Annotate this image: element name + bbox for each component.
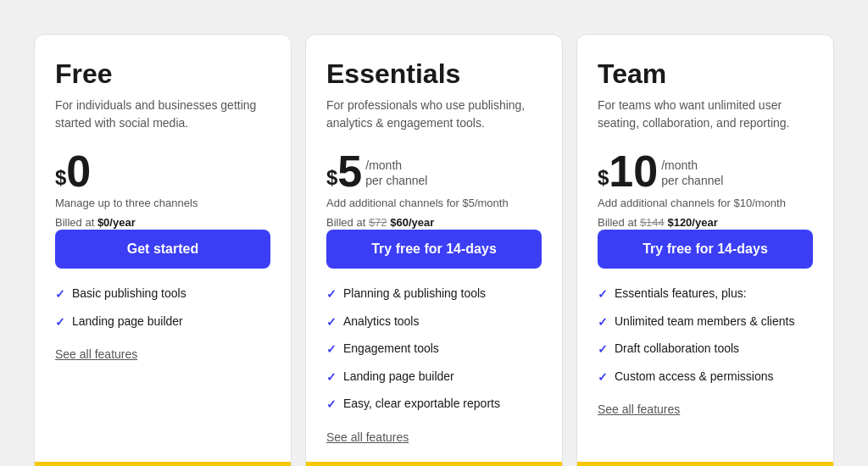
price-amount-team: 10 xyxy=(609,149,658,193)
price-meta-essentials: /month per channel xyxy=(365,158,427,188)
billed-info-team: Add additional channels for $10/month xyxy=(598,197,813,209)
feature-item-essentials-3: ✓ Landing page builder xyxy=(326,369,542,386)
card-top-free: Free For individuals and businesses gett… xyxy=(35,35,291,462)
billed-annually-team: Billed at $144 $120/year xyxy=(598,216,718,229)
feature-item-free-1: ✓ Landing page builder xyxy=(55,313,270,331)
check-icon-team-0: ✓ xyxy=(598,286,608,303)
feature-item-essentials-4: ✓ Easy, clear exportable reports xyxy=(326,396,542,413)
feature-item-essentials-0: ✓ Planning & publishing tools xyxy=(326,286,542,303)
billed-annually-free: Billed at $0/year xyxy=(55,216,136,229)
feature-item-team-1: ✓ Unlimited team members & clients xyxy=(598,313,813,331)
check-icon-essentials-1: ✓ xyxy=(326,314,337,331)
plan-name-free: Free xyxy=(55,58,270,90)
billed-annually-essentials: Billed at $72 $60/year xyxy=(326,216,434,229)
plan-name-team: Team xyxy=(598,58,813,90)
feature-text-free-1: Landing page builder xyxy=(72,313,183,330)
see-all-link-essentials[interactable]: See all features xyxy=(326,430,409,444)
see-all-link-team[interactable]: See all features xyxy=(598,402,680,416)
features-list-essentials: ✓ Planning & publishing tools ✓ Analytic… xyxy=(326,286,542,413)
feature-text-essentials-1: Analytics tools xyxy=(343,313,419,330)
feature-text-essentials-2: Engagement tools xyxy=(343,341,439,358)
price-row-free: $ 0 xyxy=(55,149,270,193)
card-bottom-free xyxy=(35,462,291,466)
price-meta-team: /month per channel xyxy=(661,158,723,188)
plan-name-essentials: Essentials xyxy=(326,58,542,90)
check-icon-essentials-3: ✓ xyxy=(326,369,337,386)
check-icon-free-0: ✓ xyxy=(55,286,65,303)
card-bottom-team xyxy=(577,462,833,466)
cta-button-free[interactable]: Get started xyxy=(55,230,270,269)
price-symbol-essentials: $ xyxy=(326,168,337,188)
cta-button-essentials[interactable]: Try free for 14-days xyxy=(326,230,542,269)
price-row-essentials: $ 5 /month per channel xyxy=(326,149,542,193)
price-row-team: $ 10 /month per channel xyxy=(598,149,813,193)
feature-item-team-3: ✓ Custom access & permissions xyxy=(598,369,813,386)
feature-text-team-1: Unlimited team members & clients xyxy=(615,313,794,330)
feature-item-free-0: ✓ Basic publishing tools xyxy=(55,286,270,303)
check-icon-essentials-4: ✓ xyxy=(326,397,337,413)
pricing-section: Free For individuals and businesses gett… xyxy=(17,17,851,466)
pricing-card-essentials: Essentials For professionals who use pub… xyxy=(305,34,563,466)
card-top-team: Team For teams who want unlimited user s… xyxy=(577,35,833,462)
price-symbol-team: $ xyxy=(598,168,609,188)
price-per-team: per channel xyxy=(661,173,723,188)
billed-info-essentials: Add additional channels for $5/month xyxy=(326,197,542,209)
feature-text-team-0: Essentials features, plus: xyxy=(615,286,747,302)
card-bottom-essentials xyxy=(306,462,562,466)
price-symbol-free: $ xyxy=(55,168,66,188)
price-per-essentials: per channel xyxy=(365,173,427,188)
feature-item-team-2: ✓ Draft collaboration tools xyxy=(598,341,813,358)
feature-text-team-2: Draft collaboration tools xyxy=(615,341,739,358)
card-top-essentials: Essentials For professionals who use pub… xyxy=(306,35,562,462)
see-all-link-free[interactable]: See all features xyxy=(55,347,137,361)
feature-text-team-3: Custom access & permissions xyxy=(615,369,774,386)
features-list-free: ✓ Basic publishing tools ✓ Landing page … xyxy=(55,286,270,330)
check-icon-team-3: ✓ xyxy=(598,369,608,386)
check-icon-essentials-2: ✓ xyxy=(326,341,337,358)
feature-text-essentials-3: Landing page builder xyxy=(343,369,454,386)
price-period-essentials: /month xyxy=(365,158,427,173)
check-icon-free-1: ✓ xyxy=(55,314,65,331)
features-list-team: ✓ Essentials features, plus: ✓ Unlimited… xyxy=(598,286,813,386)
plan-description-essentials: For professionals who use publishing, an… xyxy=(326,97,542,132)
pricing-card-team: Team For teams who want unlimited user s… xyxy=(576,34,834,466)
billed-info-free: Manage up to three channels xyxy=(55,197,270,209)
pricing-card-free: Free For individuals and businesses gett… xyxy=(34,34,292,466)
cta-button-team[interactable]: Try free for 14-days xyxy=(598,230,813,269)
feature-item-essentials-1: ✓ Analytics tools xyxy=(326,313,542,331)
check-icon-essentials-0: ✓ xyxy=(326,286,337,303)
price-amount-free: 0 xyxy=(66,149,91,193)
feature-item-team-0: ✓ Essentials features, plus: xyxy=(598,286,813,303)
plan-description-free: For individuals and businesses getting s… xyxy=(55,97,270,132)
feature-text-free-0: Basic publishing tools xyxy=(72,286,186,302)
check-icon-team-1: ✓ xyxy=(598,314,608,331)
price-amount-essentials: 5 xyxy=(337,149,362,193)
feature-text-essentials-0: Planning & publishing tools xyxy=(343,286,486,302)
check-icon-team-2: ✓ xyxy=(598,341,608,358)
feature-item-essentials-2: ✓ Engagement tools xyxy=(326,341,542,358)
plan-description-team: For teams who want unlimited user seatin… xyxy=(598,97,813,132)
price-period-team: /month xyxy=(661,158,723,173)
feature-text-essentials-4: Easy, clear exportable reports xyxy=(343,396,500,413)
